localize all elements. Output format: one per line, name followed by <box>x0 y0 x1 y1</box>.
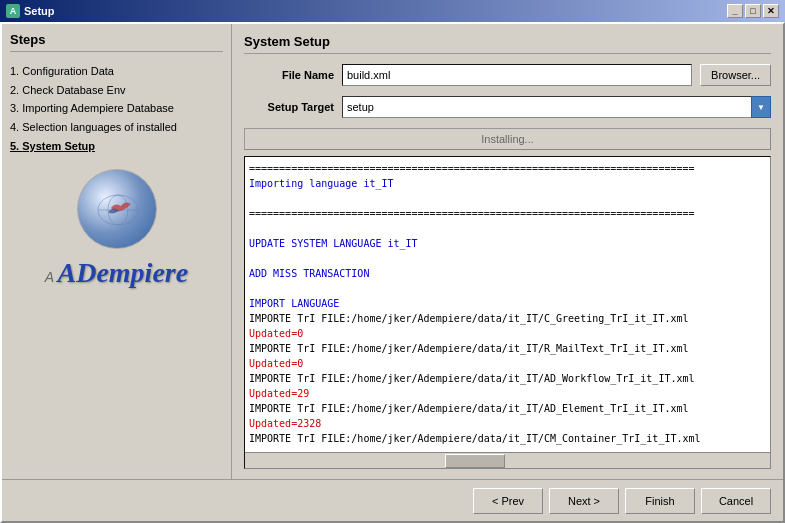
log-line: UPDATE SYSTEM LANGUAGE it_IT <box>249 236 766 251</box>
app-icon: A <box>6 4 20 18</box>
log-line: IMPORTE TrI FILE:/home/jker/Adempiere/da… <box>249 311 766 326</box>
log-line: Updated=29 <box>249 386 766 401</box>
log-line: IMPORTE TrI FILE:/home/jker/Adempiere/da… <box>249 341 766 356</box>
step-4: 4. Selection languages of installed <box>10 118 223 137</box>
title-bar-buttons: _ □ ✕ <box>727 4 779 18</box>
log-line <box>249 281 766 296</box>
log-line: Updated=0 <box>249 356 766 371</box>
step-5-active: 5. System Setup <box>10 137 223 156</box>
log-line: Updated=2328 <box>249 416 766 431</box>
setup-target-label: Setup Target <box>244 101 334 113</box>
step-2: 2. Check Database Env <box>10 81 223 100</box>
bottom-bar: < Prev Next > Finish Cancel <box>2 479 783 521</box>
finish-button[interactable]: Finish <box>625 488 695 514</box>
system-setup-title: System Setup <box>244 34 771 54</box>
log-line: ADD MISS TRANSACTION <box>249 266 766 281</box>
log-line: Importing language it_IT <box>249 176 766 191</box>
bird-svg <box>93 190 143 230</box>
left-panel: Steps 1. Configuration Data 2. Check Dat… <box>2 24 232 479</box>
log-area-container: ========================================… <box>244 156 771 469</box>
log-line: IMPORTE TrI FILE:/home/jker/Adempiere/da… <box>249 401 766 416</box>
file-name-label: File Name <box>244 69 334 81</box>
log-line <box>249 191 766 206</box>
steps-list: 1. Configuration Data 2. Check Database … <box>10 62 223 155</box>
window-title: Setup <box>24 5 55 17</box>
steps-title: Steps <box>10 32 223 52</box>
minimize-button[interactable]: _ <box>727 4 743 18</box>
file-name-row: File Name Browser... <box>244 64 771 86</box>
log-line: Updated=0 <box>249 326 766 341</box>
main-dialog: Steps 1. Configuration Data 2. Check Dat… <box>0 22 785 523</box>
dialog-content: Steps 1. Configuration Data 2. Check Dat… <box>2 24 783 479</box>
logo-area: A ADempiere <box>10 169 223 471</box>
horizontal-scrollbar[interactable] <box>245 452 770 468</box>
log-line: ========================================… <box>249 161 766 176</box>
setup-target-select-container: setup ▼ <box>342 96 771 118</box>
step-3: 3. Importing Adempiere Database <box>10 99 223 118</box>
installing-progress: Installing... <box>244 128 771 150</box>
maximize-button[interactable]: □ <box>745 4 761 18</box>
close-button[interactable]: ✕ <box>763 4 779 18</box>
globe-icon <box>77 169 157 249</box>
log-line: ========================================… <box>249 206 766 221</box>
right-panel: System Setup File Name Browser... Setup … <box>232 24 783 479</box>
cancel-button[interactable]: Cancel <box>701 488 771 514</box>
file-name-input[interactable] <box>342 64 692 86</box>
prev-button[interactable]: < Prev <box>473 488 543 514</box>
log-line: IMPORTE TrI FILE:/home/jker/Adempiere/da… <box>249 431 766 446</box>
step-1: 1. Configuration Data <box>10 62 223 81</box>
log-line: IMPORT LANGUAGE <box>249 296 766 311</box>
next-button[interactable]: Next > <box>549 488 619 514</box>
browse-button[interactable]: Browser... <box>700 64 771 86</box>
setup-target-select[interactable]: setup <box>342 96 771 118</box>
title-bar-left: A Setup <box>6 4 55 18</box>
scrollbar-thumb-h[interactable] <box>445 454 505 468</box>
log-line <box>249 221 766 236</box>
title-bar: A Setup _ □ ✕ <box>0 0 785 22</box>
log-line: IMPORTE TrI FILE:/home/jker/Adempiere/da… <box>249 371 766 386</box>
setup-target-row: Setup Target setup ▼ <box>244 96 771 118</box>
log-line <box>249 251 766 266</box>
log-area-scroll[interactable]: ========================================… <box>245 157 770 452</box>
adempiere-wordmark: A ADempiere <box>45 257 188 289</box>
